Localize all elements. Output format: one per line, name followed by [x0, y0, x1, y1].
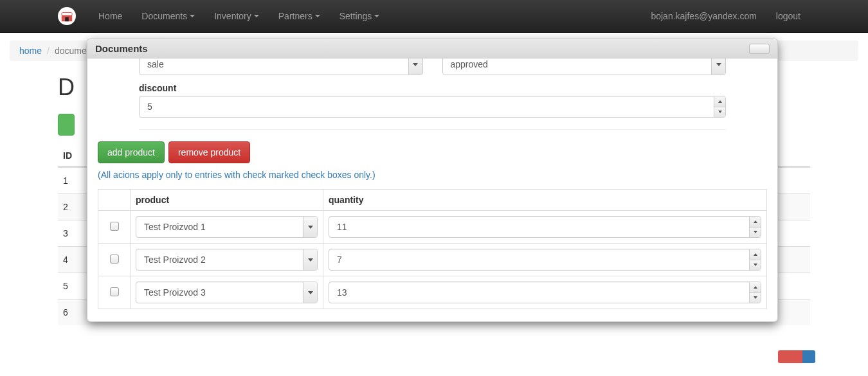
documents-modal: Documents sale approved	[87, 39, 778, 322]
spinner-up[interactable]	[750, 249, 761, 260]
nav-settings[interactable]: Settings	[330, 0, 390, 32]
nav-user-email[interactable]: bojan.kajfes@yandex.com	[641, 0, 766, 32]
nav-left: Home Documents Inventory Partners Settin…	[89, 0, 389, 32]
spinner-down[interactable]	[714, 107, 725, 118]
product-row: Test Proizvod 2 7	[98, 244, 767, 276]
chevron-down-icon[interactable]	[303, 282, 317, 303]
spinner-up[interactable]	[714, 96, 725, 107]
quantity-input[interactable]: 13	[329, 282, 761, 303]
row-actions	[778, 350, 815, 363]
product-select[interactable]: Test Proizvod 1	[136, 216, 318, 238]
modal-header[interactable]: Documents	[87, 39, 777, 58]
row-checkbox[interactable]	[110, 255, 119, 264]
chevron-down-icon[interactable]	[711, 58, 725, 75]
edit-button[interactable]	[802, 350, 815, 363]
type-select[interactable]: sale	[139, 58, 423, 75]
row-checkbox[interactable]	[110, 287, 119, 296]
row-checkbox[interactable]	[110, 222, 119, 231]
breadcrumb-separator: /	[47, 46, 50, 56]
spinner-down[interactable]	[750, 293, 761, 303]
chevron-down-icon[interactable]	[408, 58, 422, 75]
product-row: Test Proizvod 1 11	[98, 211, 767, 244]
nav-documents[interactable]: Documents	[132, 0, 204, 32]
add-button[interactable]	[58, 114, 75, 136]
navbar: Home Documents Inventory Partners Settin…	[0, 0, 868, 33]
status-select[interactable]: approved	[442, 58, 727, 75]
chevron-down-icon	[190, 15, 195, 17]
spinner-up[interactable]	[750, 217, 761, 228]
quantity-header: quantity	[323, 190, 767, 211]
discount-label: discount	[139, 83, 726, 93]
spinner-down[interactable]	[750, 228, 761, 238]
brand-logo[interactable]	[58, 7, 76, 25]
hint-text: (All acions apply only to entries with c…	[98, 170, 726, 180]
nav-logout[interactable]: logout	[766, 0, 810, 32]
discount-input[interactable]: 5	[139, 96, 726, 118]
divider	[139, 129, 726, 130]
add-product-button[interactable]: add product	[98, 141, 165, 163]
svg-rect-2	[65, 17, 69, 21]
chevron-down-icon[interactable]	[303, 249, 317, 270]
breadcrumb-home[interactable]: home	[19, 46, 42, 56]
product-select[interactable]: Test Proizvod 3	[136, 282, 318, 303]
products-table: product quantity Test Proizvod 1	[98, 189, 767, 309]
nav-home[interactable]: Home	[89, 0, 132, 32]
modal-scroll-area[interactable]: sale approved discount 5	[87, 58, 777, 321]
nav-partners[interactable]: Partners	[269, 0, 330, 32]
product-header: product	[131, 190, 323, 211]
modal-title: Documents	[95, 43, 148, 54]
breadcrumb-current: docume	[55, 46, 87, 56]
type-value: sale	[147, 59, 164, 69]
discount-value: 5	[147, 102, 152, 112]
svg-rect-1	[62, 13, 73, 16]
chevron-down-icon	[315, 15, 320, 17]
status-value: approved	[451, 59, 488, 69]
store-icon	[60, 9, 74, 23]
spinner-up[interactable]	[750, 282, 761, 293]
product-row: Test Proizvod 3 13	[98, 276, 767, 309]
chevron-down-icon	[374, 15, 379, 17]
remove-product-button[interactable]: remove product	[168, 141, 250, 163]
quantity-input[interactable]: 7	[329, 249, 761, 271]
close-button[interactable]	[749, 44, 770, 54]
delete-button[interactable]	[778, 350, 802, 363]
product-select[interactable]: Test Proizvod 2	[136, 249, 318, 271]
spinner-down[interactable]	[750, 260, 761, 271]
chevron-down-icon	[254, 15, 259, 17]
nav-right: bojan.kajfes@yandex.com logout	[641, 0, 810, 32]
checkbox-header	[98, 190, 131, 211]
nav-inventory[interactable]: Inventory	[204, 0, 269, 32]
chevron-down-icon[interactable]	[303, 217, 317, 237]
quantity-input[interactable]: 11	[329, 216, 761, 238]
